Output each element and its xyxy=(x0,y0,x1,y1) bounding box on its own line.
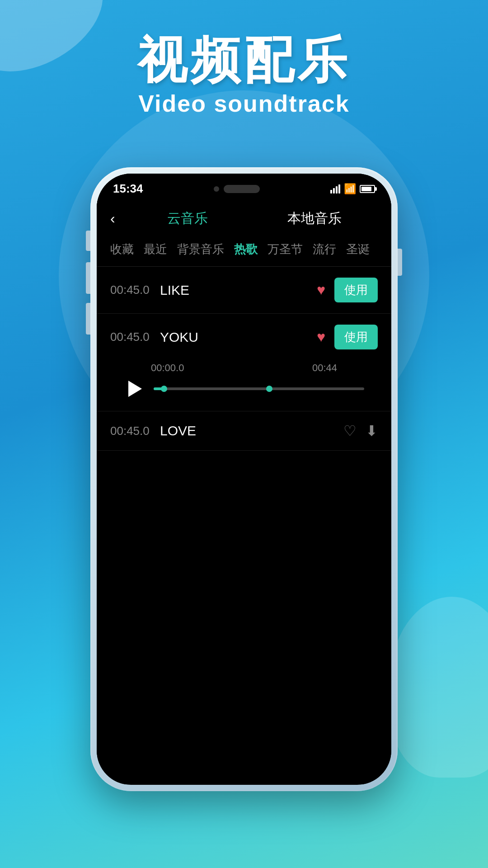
signal-icon xyxy=(330,184,340,193)
status-notch xyxy=(192,183,282,195)
status-bar: 15:34 📶 xyxy=(97,174,391,200)
play-triangle-icon xyxy=(128,381,142,397)
progress-dot-start xyxy=(161,386,167,392)
tab-hot[interactable]: 热歌 xyxy=(234,241,258,257)
use-button-yoku[interactable]: 使用 xyxy=(334,325,378,349)
title-english: Video soundtrack xyxy=(0,90,488,117)
player-time-start: 00:00.0 xyxy=(151,362,184,374)
song-duration-yoku: 00:45.0 xyxy=(110,330,160,344)
phone-screen: 15:34 📶 xyxy=(97,174,391,785)
progress-dot-end xyxy=(266,386,272,392)
bg-decoration-bottom-right xyxy=(389,597,488,778)
song-title-love[interactable]: LOVE xyxy=(160,423,343,439)
back-button[interactable]: ‹ xyxy=(110,210,115,227)
song-duration-like: 00:45.0 xyxy=(110,283,160,297)
tab-recent[interactable]: 最近 xyxy=(144,241,167,257)
battery-icon xyxy=(360,185,375,193)
song-row-yoku: 00:45.0 YOKU ♥ 使用 xyxy=(110,325,378,357)
tab-collect[interactable]: 收藏 xyxy=(110,241,134,257)
tab-halloween[interactable]: 万圣节 xyxy=(267,241,303,257)
notch-camera xyxy=(214,186,219,192)
phone-mockup: 15:34 📶 xyxy=(90,167,398,791)
phone-button-right xyxy=(398,249,402,276)
phone-outer: 15:34 📶 xyxy=(90,167,398,791)
song-item-love: 00:45.0 LOVE ♡ ⬇ xyxy=(97,411,391,451)
song-title-yoku[interactable]: YOKU xyxy=(160,330,317,345)
song-duration-love: 00:45.0 xyxy=(110,424,160,438)
title-chinese: 视频配乐 xyxy=(0,27,488,94)
nav-local-music[interactable]: 本地音乐 xyxy=(251,209,378,228)
tab-popular[interactable]: 流行 xyxy=(313,241,336,257)
notch-speaker xyxy=(224,185,260,193)
song-actions-love: ♡ ⬇ xyxy=(343,422,378,439)
player-time-labels: 00:00.0 00:44 xyxy=(124,362,364,374)
like-heart-love[interactable]: ♡ xyxy=(343,422,357,439)
tab-bgm[interactable]: 背景音乐 xyxy=(177,241,224,257)
phone-button-left-3 xyxy=(86,303,90,335)
phone-button-left-1 xyxy=(86,231,90,251)
play-button[interactable] xyxy=(124,377,146,400)
app-content: ‹ 云音乐 本地音乐 收藏 最近 背景音乐 热歌 万圣节 流行 圣诞 xyxy=(97,200,391,784)
song-list: 00:45.0 LIKE ♥ 使用 00:45.0 YOKU xyxy=(97,267,391,451)
song-item-yoku: 00:45.0 YOKU ♥ 使用 00:00.0 00:44 xyxy=(97,314,391,411)
tab-christmas[interactable]: 圣诞 xyxy=(346,241,370,257)
phone-button-left-2 xyxy=(86,262,90,294)
category-tabs: 收藏 最近 背景音乐 热歌 万圣节 流行 圣诞 xyxy=(97,237,391,267)
nav-cloud-music[interactable]: 云音乐 xyxy=(124,209,251,228)
player-controls-yoku: 00:00.0 00:44 xyxy=(110,357,378,411)
download-icon-love[interactable]: ⬇ xyxy=(366,422,378,439)
status-time: 15:34 xyxy=(113,182,143,196)
song-actions-yoku: ♥ 使用 xyxy=(317,325,378,349)
song-item-like: 00:45.0 LIKE ♥ 使用 xyxy=(97,267,391,314)
like-heart-yoku[interactable]: ♥ xyxy=(317,329,325,345)
battery-fill xyxy=(361,187,371,191)
song-title-like[interactable]: LIKE xyxy=(160,283,317,298)
player-control-row xyxy=(124,377,364,400)
song-actions-like: ♥ 使用 xyxy=(317,278,378,302)
player-time-end: 00:44 xyxy=(312,362,337,374)
nav-bar: ‹ 云音乐 本地音乐 xyxy=(97,200,391,237)
use-button-like[interactable]: 使用 xyxy=(334,278,378,302)
wifi-icon: 📶 xyxy=(344,183,356,195)
status-icons: 📶 xyxy=(330,183,375,195)
progress-track[interactable] xyxy=(154,387,364,390)
title-area: 视频配乐 Video soundtrack xyxy=(0,27,488,117)
like-heart-like[interactable]: ♥ xyxy=(317,282,325,298)
